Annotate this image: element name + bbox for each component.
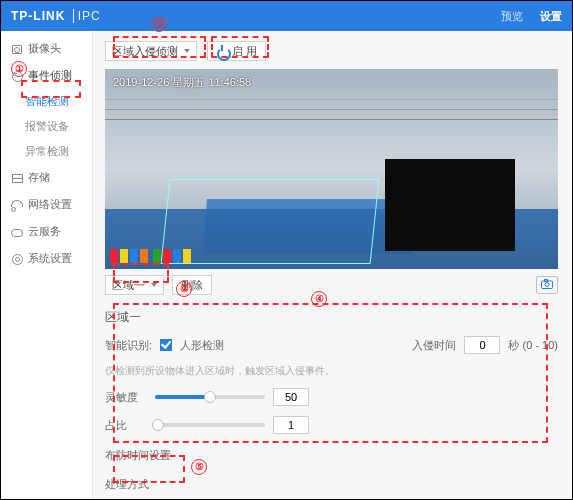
- region-settings-panel: 区域一 智能识别: 人形检测 入侵时间 秒 (0 - 10) 仅检测到所设物体进…: [105, 309, 558, 499]
- sensitivity-slider[interactable]: [155, 395, 265, 399]
- sidebar-label: 事件侦测: [28, 68, 72, 83]
- sidebar-item-network[interactable]: 网络设置: [1, 191, 92, 218]
- handle-section-toggle[interactable]: 处理方式: [105, 477, 558, 492]
- sidebar-label: 存储: [28, 170, 50, 185]
- sidebar-sub-smart[interactable]: 智能检测: [1, 89, 92, 114]
- sidebar-item-camera[interactable]: 摄像头: [1, 35, 92, 62]
- sidebar-item-cloud[interactable]: 云服务: [1, 218, 92, 245]
- brand-text: TP-LINK: [11, 9, 65, 23]
- ratio-label: 占比: [105, 418, 147, 433]
- delete-region-button[interactable]: 删除: [172, 275, 212, 295]
- human-label: 人形检测: [180, 338, 224, 353]
- brand-logo: TP-LINK IPC: [11, 9, 101, 23]
- human-detect-checkbox[interactable]: [160, 339, 172, 351]
- hint-text: 仅检测到所设物体进入区域时，触发区域入侵事件。: [105, 364, 335, 378]
- sidebar-label: 系统设置: [28, 251, 72, 266]
- brand-sub: IPC: [73, 9, 101, 23]
- nav-settings[interactable]: 设置: [540, 10, 562, 22]
- sidebar-item-events[interactable]: 事件侦测: [1, 62, 92, 89]
- section-label: 处理方式: [105, 477, 149, 492]
- schedule-section-toggle[interactable]: 布防时间设置: [105, 448, 558, 463]
- snapshot-button[interactable]: [536, 276, 558, 294]
- main-panel: 区域入侵侦测 启 用 2019-12-26 星期五: [93, 31, 572, 499]
- sidebar: 摄像头 事件侦测 智能检测 报警设备 异常检测 存储 网络设置 云服务: [1, 31, 93, 499]
- sensitivity-input[interactable]: [273, 388, 309, 406]
- app-header: TP-LINK IPC 预览 设置: [1, 1, 572, 31]
- camera-icon: [541, 279, 553, 291]
- cloud-icon: [11, 226, 23, 238]
- wifi-icon: [11, 199, 23, 211]
- top-toolbar: 区域入侵侦测 启 用: [105, 41, 558, 61]
- detection-mode-dropdown[interactable]: 区域入侵侦测: [105, 41, 197, 61]
- dropdown-label: 区域入侵侦测: [112, 44, 178, 59]
- ratio-slider[interactable]: [155, 423, 265, 427]
- smart-label: 智能识别:: [105, 338, 152, 353]
- chevron-down-icon: [184, 49, 190, 53]
- storage-icon: [11, 172, 23, 184]
- video-preview[interactable]: 2019-12-26 星期五 11:46:58: [105, 69, 558, 269]
- region-select-dropdown[interactable]: 区域一: [105, 275, 164, 295]
- gear-icon: [11, 253, 23, 265]
- enable-toggle[interactable]: 启 用: [207, 41, 266, 61]
- dropdown-label: 区域一: [112, 278, 145, 293]
- top-nav: 预览 设置: [487, 9, 562, 24]
- sidebar-sub-alarm[interactable]: 报警设备: [1, 114, 92, 139]
- sidebar-label: 摄像头: [28, 41, 61, 56]
- sensitivity-label: 灵敏度: [105, 390, 147, 405]
- camera-icon: [11, 43, 23, 55]
- sidebar-label: 网络设置: [28, 197, 72, 212]
- panel-title: 区域一: [105, 309, 558, 326]
- enable-label: 启 用: [232, 44, 257, 59]
- intrude-time-label: 入侵时间: [412, 338, 456, 353]
- sidebar-item-system[interactable]: 系统设置: [1, 245, 92, 272]
- event-icon: [11, 70, 23, 82]
- button-label: 删除: [181, 278, 203, 293]
- timestamp-overlay: 2019-12-26 星期五 11:46:58: [113, 75, 251, 90]
- power-icon: [216, 45, 228, 57]
- sidebar-sub-exception[interactable]: 异常检测: [1, 139, 92, 164]
- region-toolbar: 区域一 删除: [105, 275, 558, 295]
- intrude-time-input[interactable]: [464, 336, 500, 354]
- sidebar-label: 云服务: [28, 224, 61, 239]
- svg-point-1: [545, 283, 549, 287]
- chevron-down-icon: [151, 283, 157, 287]
- sidebar-item-storage[interactable]: 存储: [1, 164, 92, 191]
- nav-preview[interactable]: 预览: [501, 10, 523, 22]
- intrude-unit: 秒 (0 - 10): [508, 338, 558, 353]
- section-label: 布防时间设置: [105, 448, 171, 463]
- ratio-input[interactable]: [273, 416, 309, 434]
